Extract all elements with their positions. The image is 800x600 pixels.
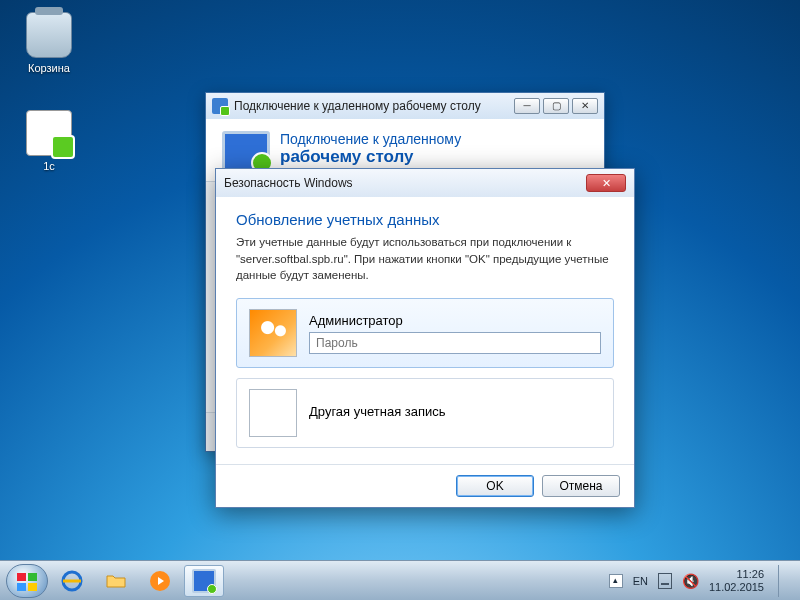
taskbar-media-player[interactable] (140, 565, 180, 597)
volume-icon[interactable]: 🔇 (682, 573, 699, 589)
account-name: Другая учетная запись (309, 404, 601, 419)
desktop-icon-label: Корзина (14, 62, 84, 74)
close-icon[interactable]: ✕ (586, 174, 626, 192)
account-name: Администратор (309, 313, 601, 328)
clock-date: 11.02.2015 (709, 581, 764, 594)
security-footer: OK Отмена (216, 464, 634, 507)
rdp-title-text: Подключение к удаленному рабочему столу (234, 99, 481, 113)
taskbar: ▴ EN 🔇 11:26 11.02.2015 (0, 560, 800, 600)
rdp-taskbar-icon (192, 569, 216, 593)
language-indicator[interactable]: EN (633, 575, 648, 587)
start-button[interactable] (6, 564, 48, 598)
desktop-icon-recycle-bin[interactable]: Корзина (14, 12, 84, 74)
cancel-button[interactable]: Отмена (542, 475, 620, 497)
ok-button[interactable]: OK (456, 475, 534, 497)
action-center-icon[interactable] (658, 573, 672, 589)
rdp-header-line1: Подключение к удаленному (280, 131, 461, 147)
security-description: Эти учетные данные будут использоваться … (236, 234, 614, 284)
recycle-bin-icon (26, 12, 72, 58)
close-button[interactable]: ✕ (572, 98, 598, 114)
account-option-other[interactable]: Другая учетная запись (236, 378, 614, 448)
folder-icon (104, 569, 128, 593)
avatar-icon (249, 309, 297, 357)
maximize-button[interactable]: ▢ (543, 98, 569, 114)
clock[interactable]: 11:26 11.02.2015 (709, 568, 764, 593)
account-option-administrator[interactable]: Администратор (236, 298, 614, 368)
avatar-blank-icon (249, 389, 297, 437)
taskbar-rdp-running[interactable] (184, 565, 224, 597)
security-heading: Обновление учетных данных (236, 211, 614, 228)
desktop-icon-label: 1c (14, 160, 84, 172)
security-title-text: Безопасность Windows (224, 176, 353, 190)
security-titlebar[interactable]: Безопасность Windows ✕ (216, 169, 634, 197)
onec-icon (26, 110, 72, 156)
rdp-app-icon (212, 98, 228, 114)
ie-icon (60, 569, 84, 593)
rdp-header-line2: рабочему столу (280, 147, 461, 167)
system-tray: ▴ EN 🔇 11:26 11.02.2015 (609, 565, 794, 597)
security-dialog: Безопасность Windows ✕ Обновление учетны… (215, 168, 635, 508)
taskbar-ie[interactable] (52, 565, 92, 597)
clock-time: 11:26 (709, 568, 764, 581)
minimize-button[interactable]: ─ (514, 98, 540, 114)
tray-overflow-button[interactable]: ▴ (609, 574, 623, 588)
rdp-monitor-icon (222, 131, 270, 171)
show-desktop-button[interactable] (778, 565, 788, 597)
media-player-icon (148, 569, 172, 593)
rdp-titlebar[interactable]: Подключение к удаленному рабочему столу … (206, 93, 604, 119)
desktop-icon-onec[interactable]: 1c (14, 110, 84, 172)
password-input[interactable] (309, 332, 601, 354)
taskbar-explorer[interactable] (96, 565, 136, 597)
